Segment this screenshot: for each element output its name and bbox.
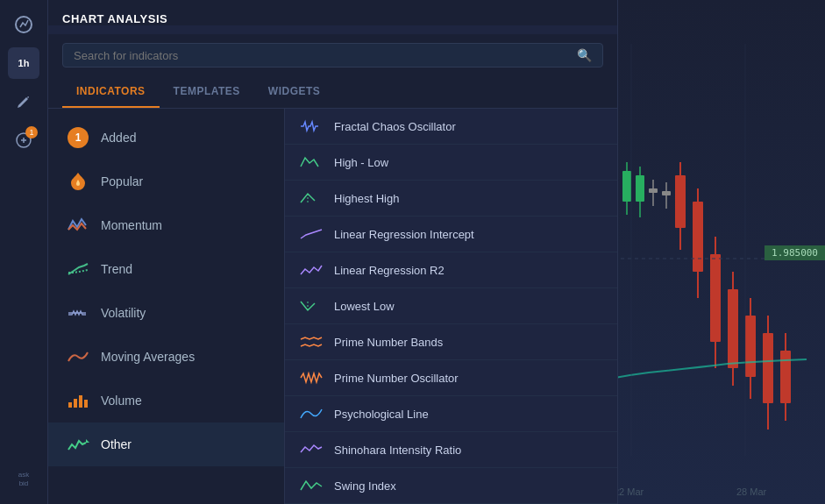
category-added-label: Added [101,131,136,145]
category-volume[interactable]: Volume [48,379,284,422]
popular-icon [66,169,90,194]
linear-regression-intercept-icon [299,225,324,243]
chart-icon[interactable] [8,9,39,40]
indicator-lowest-low-label: Lowest Low [334,300,395,313]
highest-high-icon [299,189,324,207]
svg-rect-34 [763,333,773,403]
svg-rect-47 [79,395,82,408]
indicator-psychological-line[interactable]: Psychological Line [285,396,617,432]
svg-rect-7 [622,171,631,202]
left-sidebar: 1h 1 askbid [0,0,48,504]
indicator-high-low[interactable]: High - Low [285,145,617,181]
indicator-fractal-chaos-label: Fractal Chaos Oscillator [334,120,456,133]
indicator-swing-index[interactable]: Swing Index [285,468,617,504]
svg-rect-19 [675,175,686,228]
category-moving-averages[interactable]: Moving Averages [48,335,284,379]
indicator-linear-regression-r2-label: Linear Regression R2 [334,264,445,277]
swing-index-icon [299,477,324,494]
indicator-linear-regression-intercept[interactable]: Linear Regression Intercept [285,217,617,252]
category-volume-label: Volume [101,394,142,408]
category-trend-label: Trend [101,262,132,276]
fractal-chaos-icon [299,117,324,135]
category-momentum[interactable]: Momentum [48,203,284,247]
svg-marker-49 [86,439,89,443]
shinohara-icon [299,441,324,458]
search-bar[interactable]: 🔍 [62,43,603,67]
timeframe-button[interactable]: 1h [8,47,39,79]
ask-bid-display: askbid [8,464,39,495]
indicator-high-low-label: High - Low [334,156,388,169]
prime-number-bands-icon [299,333,324,351]
price-label: 1.985000 [765,245,825,260]
category-trend[interactable]: Trend [48,247,284,291]
moving-averages-icon [66,344,90,369]
category-volatility-label: Volatility [101,306,146,320]
category-added[interactable]: 1 Added [48,116,284,160]
trend-icon [66,257,90,281]
volume-icon [66,388,90,413]
search-row: 🔍 [48,34,617,76]
svg-rect-31 [745,316,756,377]
category-momentum-label: Momentum [101,218,162,232]
other-icon [66,432,90,457]
search-input[interactable] [74,49,570,62]
category-other-label: Other [101,437,132,451]
high-low-icon [299,153,324,171]
tab-widgets[interactable]: WIDGETS [254,76,335,108]
category-popular-label: Popular [101,174,143,188]
lowest-low-icon [299,297,324,315]
indicator-prime-number-oscillator[interactable]: Prime Number Oscillator [285,360,617,396]
svg-rect-13 [649,188,658,193]
indicator-prime-number-bands-label: Prime Number Bands [334,336,443,349]
panel-title: CHART ANALYSIS [62,12,603,25]
indicator-linear-regression-r2[interactable]: Linear Regression R2 [285,252,617,288]
indicator-linear-regression-intercept-label: Linear Regression Intercept [334,228,474,241]
indicator-highest-high-label: Highest High [334,192,399,205]
category-other[interactable]: Other [48,422,284,466]
svg-rect-10 [636,175,644,202]
panel-header: CHART ANALYSIS [48,0,617,25]
category-list: 1 Added Popular Momentum [48,109,285,504]
date-label-2: 28 Mar [736,486,766,497]
indicator-highest-high[interactable]: Highest High [285,181,617,217]
tab-indicators[interactable]: INDICATORS [62,76,160,108]
svg-rect-16 [662,191,671,195]
tabs-row: INDICATORS TEMPLATES WIDGETS [48,76,617,109]
volatility-icon [66,301,90,325]
linear-regression-r2-icon [299,261,324,279]
psychological-line-icon [299,405,324,422]
date-label-1: 22 Mar [614,486,644,497]
indicator-shinohara-label: Shinohara Intensity Ratio [334,444,461,457]
svg-rect-48 [84,400,88,408]
tab-templates[interactable]: TEMPLATES [160,76,254,108]
category-moving-averages-label: Moving Averages [101,350,195,364]
strategy-icon[interactable]: 1 [8,124,39,156]
added-icon: 1 [66,125,90,150]
momentum-icon [66,213,90,238]
category-popular[interactable]: Popular [48,160,284,203]
svg-rect-28 [728,289,738,368]
indicator-lowest-low[interactable]: Lowest Low [285,288,617,324]
svg-rect-22 [693,202,703,272]
chart-analysis-panel: CHART ANALYSIS 🔍 INDICATORS TEMPLATES WI… [48,0,618,504]
svg-rect-25 [710,254,721,342]
strategy-badge: 1 [25,126,38,138]
panel-body: 1 Added Popular Momentum [48,109,617,504]
prime-number-oscillator-icon [299,369,324,387]
search-icon: 🔍 [577,48,592,62]
indicator-fractal-chaos[interactable]: Fractal Chaos Oscillator [285,109,617,145]
draw-tool-icon[interactable] [8,86,39,117]
indicator-swing-index-label: Swing Index [334,479,396,493]
svg-rect-46 [74,399,77,408]
indicator-list: Fractal Chaos Oscillator High - Low High… [285,109,617,504]
category-volatility[interactable]: Volatility [48,291,284,335]
indicator-prime-number-oscillator-label: Prime Number Oscillator [334,372,459,385]
indicator-shinohara[interactable]: Shinohara Intensity Ratio [285,432,617,468]
indicator-psychological-line-label: Psychological Line [334,408,429,421]
svg-rect-45 [68,402,72,408]
indicator-prime-number-bands[interactable]: Prime Number Bands [285,324,617,360]
svg-rect-37 [780,351,791,403]
